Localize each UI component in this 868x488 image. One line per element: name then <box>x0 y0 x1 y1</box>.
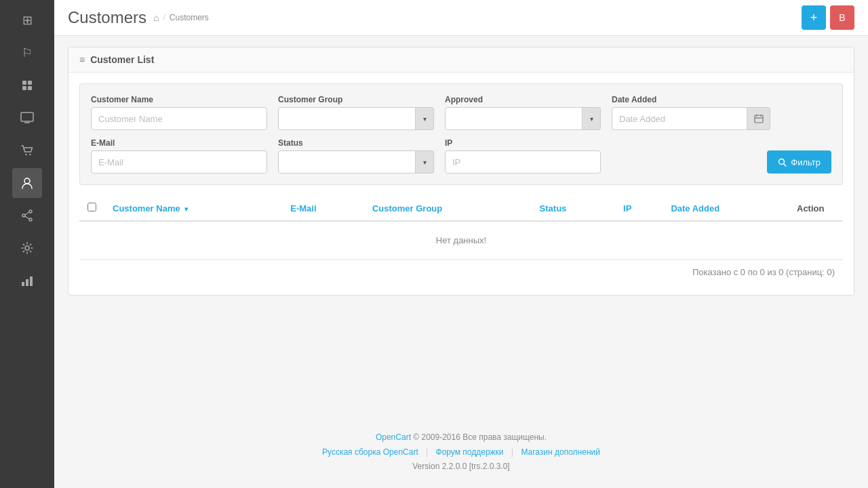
date-added-label: Date Added <box>612 95 770 104</box>
tag-icon[interactable]: ⚐ <box>12 38 42 68</box>
svg-rect-2 <box>22 86 26 90</box>
filter-group-ip: IP <box>445 138 601 174</box>
approved-select[interactable] <box>445 107 601 130</box>
footer-links: Русская сборка OpenCart | Форум поддержк… <box>68 445 854 460</box>
footer-sep-2: | <box>511 447 513 457</box>
status-label: Status <box>278 138 434 148</box>
list-icon: ≡ <box>79 54 85 65</box>
footer-brand-link[interactable]: OpenCart <box>376 432 411 442</box>
col-ip: IP <box>615 196 663 221</box>
col-action-label: Action <box>797 203 824 214</box>
filter-group-name: Customer Name <box>91 95 267 130</box>
filter-row-1: Customer Name Customer Group ▾ <box>91 95 831 130</box>
card-header: ≡ Customer List <box>68 47 854 73</box>
customer-name-label: Customer Name <box>91 95 267 104</box>
filter-button[interactable]: Фильтр <box>767 150 831 174</box>
customer-group-label: Customer Group <box>278 95 434 104</box>
no-data-cell: Нет данных! <box>79 221 843 260</box>
sort-icon-name: ▾ <box>184 205 188 213</box>
footer-link-3[interactable]: Магазин дополнений <box>521 447 600 457</box>
svg-rect-18 <box>755 115 763 123</box>
customer-group-select-wrap: ▾ <box>278 107 434 130</box>
svg-point-14 <box>25 246 29 250</box>
filter-group-group: Customer Group ▾ <box>278 95 434 130</box>
filter-group-email: E-Mail <box>91 138 267 174</box>
svg-rect-1 <box>28 81 32 85</box>
approved-select-wrap: ▾ <box>445 107 601 130</box>
add-customer-button[interactable]: + <box>802 5 826 30</box>
email-label: E-Mail <box>91 138 267 148</box>
breadcrumb: ⌂ / Customers <box>153 12 209 23</box>
footer-version: Version 2.2.0.0 [trs.2.0.3.0] <box>68 460 854 474</box>
status-select-wrap: ▾ <box>278 150 434 174</box>
date-added-wrap <box>612 107 770 130</box>
svg-line-23 <box>784 163 787 166</box>
svg-rect-15 <box>22 282 24 286</box>
email-input[interactable] <box>91 150 267 174</box>
main-content: Customers ⌂ / Customers + B ≡ Customer L… <box>54 0 868 488</box>
col-customer-group: Customer Group <box>364 196 532 221</box>
select-all-col <box>79 196 104 221</box>
delete-customer-button[interactable]: B <box>830 5 854 30</box>
svg-point-6 <box>25 154 26 155</box>
approved-label: Approved <box>445 95 601 104</box>
filter-section: Customer Name Customer Group ▾ <box>79 83 843 185</box>
share-icon[interactable] <box>12 201 42 230</box>
svg-point-9 <box>29 210 32 213</box>
svg-rect-3 <box>28 86 32 90</box>
header-right: + B <box>802 5 854 30</box>
date-added-input[interactable] <box>612 107 747 130</box>
ip-input[interactable] <box>445 150 601 174</box>
col-date-added-label: Date Added <box>671 203 719 214</box>
table-header-row: Customer Name ▾ E-Mail Customer Group St… <box>79 196 843 221</box>
header-left: Customers ⌂ / Customers <box>68 8 209 27</box>
svg-rect-16 <box>26 279 28 286</box>
page-title: Customers <box>68 8 146 27</box>
footer-link-1[interactable]: Русская сборка OpenCart <box>322 447 418 457</box>
col-action: Action <box>789 196 843 221</box>
cart-icon[interactable] <box>12 136 42 165</box>
customer-group-select[interactable] <box>278 107 434 130</box>
puzzle-icon[interactable] <box>12 70 42 100</box>
date-picker-button[interactable] <box>747 107 770 130</box>
col-status: Status <box>532 196 616 221</box>
pagination-info: Показано с 0 по 0 из 0 (страниц: 0) <box>79 260 843 284</box>
settings-icon[interactable] <box>12 233 42 263</box>
footer: OpenCart © 2009-2016 Все права защищены.… <box>54 417 868 488</box>
svg-point-11 <box>29 218 32 221</box>
customer-icon[interactable] <box>12 168 42 198</box>
footer-sep-1: | <box>426 447 428 457</box>
filter-group-status: Status ▾ <box>278 138 434 174</box>
page-body: ≡ Customer List Customer Name Customer G… <box>54 36 868 417</box>
col-status-label: Status <box>540 203 567 214</box>
card-title: Customer List <box>90 54 154 65</box>
col-ip-label: IP <box>623 203 631 214</box>
svg-line-13 <box>25 216 29 219</box>
footer-link-2[interactable]: Форум поддержки <box>436 447 504 457</box>
filter-actions: Фильтр <box>612 150 831 174</box>
customer-name-input[interactable] <box>91 107 267 130</box>
top-header: Customers ⌂ / Customers + B <box>54 0 868 36</box>
col-email-label: E-Mail <box>290 203 316 214</box>
svg-line-12 <box>25 212 29 215</box>
breadcrumb-separator: / <box>163 13 165 22</box>
select-all-checkbox[interactable] <box>87 203 96 211</box>
svg-point-8 <box>24 178 30 184</box>
col-email: E-Mail <box>282 196 364 221</box>
footer-copyright: OpenCart © 2009-2016 Все права защищены. <box>68 430 854 445</box>
status-select[interactable] <box>278 150 434 174</box>
col-customer-group-label: Customer Group <box>372 203 442 214</box>
footer-copyright-text: © 2009-2016 Все права защищены. <box>411 432 547 442</box>
filter-row-2: E-Mail Status ▾ <box>91 138 831 174</box>
col-customer-name[interactable]: Customer Name ▾ <box>104 196 282 221</box>
monitor-icon[interactable] <box>12 103 42 133</box>
no-data-row: Нет данных! <box>79 221 843 260</box>
dashboard-icon[interactable]: ⊞ <box>12 5 42 35</box>
breadcrumb-current: Customers <box>170 13 209 22</box>
chart-icon[interactable] <box>12 266 42 296</box>
col-date-added: Date Added <box>663 196 789 221</box>
table-body: Нет данных! <box>79 221 843 260</box>
svg-point-10 <box>22 214 25 217</box>
filter-group-date: Date Added <box>612 95 770 130</box>
svg-point-7 <box>29 154 31 155</box>
